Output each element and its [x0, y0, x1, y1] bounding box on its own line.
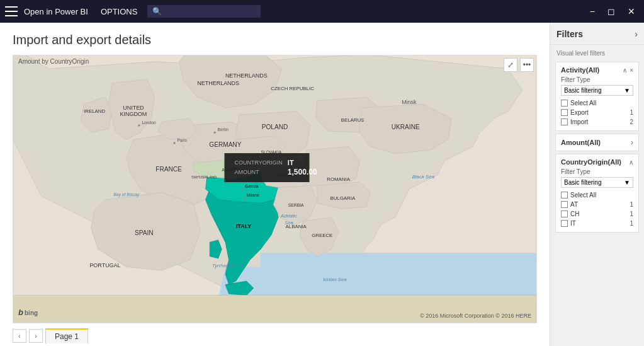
filter-countryorigin-check-0[interactable]	[561, 192, 568, 199]
svg-text:bing: bing	[25, 309, 38, 316]
svg-text:IRELAND: IRELAND	[84, 108, 105, 114]
svg-text:SWITZERLAND: SWITZERLAND	[191, 175, 217, 179]
filter-activity-count-1: 1	[630, 109, 633, 116]
filter-countryorigin-check-1[interactable]	[561, 201, 568, 208]
next-page-button[interactable]: ›	[29, 329, 43, 343]
svg-text:SERBIA: SERBIA	[288, 203, 304, 207]
filter-amount-expand[interactable]: ›	[631, 138, 633, 147]
filter-countryorigin-collapse[interactable]: ∧	[629, 159, 633, 166]
filters-scroll: Visual level filters Activity(All) ∧ × F…	[550, 45, 644, 346]
restore-button[interactable]: ◻	[604, 5, 619, 18]
svg-text:Black Sea: Black Sea	[412, 174, 435, 180]
svg-text:GREECE: GREECE	[312, 233, 332, 238]
page-tab[interactable]: Page 1	[45, 328, 88, 343]
svg-text:NETHERLANDS: NETHERLANDS	[197, 80, 239, 86]
filter-activity-type-select[interactable]: Basic filtering ▼	[561, 85, 633, 96]
svg-text:Adriatic: Adriatic	[280, 213, 297, 219]
svg-text:SPAIN: SPAIN	[135, 229, 154, 236]
filter-card-countryorigin-header: CountryOrigin(All) ∧	[561, 158, 633, 166]
app-title: Open in Power BI	[24, 7, 88, 16]
map-expand-button[interactable]: ⤢	[504, 58, 517, 72]
search-box[interactable]	[147, 5, 261, 18]
filter-countryorigin-check-2[interactable]	[561, 210, 568, 217]
filter-card-amount: Amount(All) ›	[555, 134, 639, 151]
svg-text:GERMANY: GERMANY	[209, 141, 241, 148]
filter-countryorigin-item-3[interactable]: IT 1	[561, 219, 633, 228]
prev-page-button[interactable]: ‹	[13, 329, 26, 343]
filter-activity-check-1[interactable]	[561, 109, 568, 116]
filter-activity-close[interactable]: ×	[630, 67, 633, 74]
svg-text:b: b	[18, 308, 23, 317]
filter-activity-controls: ∧ ×	[623, 67, 633, 74]
svg-text:London: London	[142, 120, 156, 125]
filter-countryorigin-type-label: Filter Type	[561, 168, 633, 175]
filter-countryorigin-item-2[interactable]: CH 1	[561, 209, 633, 219]
options-menu[interactable]: OPTIONS	[101, 7, 138, 16]
filters-expand-button[interactable]: ›	[635, 29, 638, 39]
filter-countryorigin-title: CountryOrigin(All)	[561, 158, 621, 166]
content-area: Import and export details Amount by Coun…	[0, 23, 550, 346]
hamburger-menu[interactable]	[5, 6, 18, 16]
filter-countryorigin-label-1: AT	[570, 201, 627, 208]
svg-text:Berlin: Berlin	[218, 127, 229, 132]
svg-text:PORTUGAL: PORTUGAL	[89, 262, 120, 268]
filter-countryorigin-label-2: CH	[570, 210, 627, 217]
filter-countryorigin-item-0[interactable]: Select All	[561, 190, 633, 200]
map-tooltip: COUNTRYORIGIN IT AMOUNT 1,500.00	[225, 153, 310, 182]
map-label: Amount by CountryOrigin	[18, 58, 89, 65]
map-container[interactable]: Amount by CountryOrigin ⤢ •••	[13, 55, 537, 323]
filter-activity-type-value: Basic filtering	[564, 87, 601, 94]
filter-activity-item-0[interactable]: Select All	[561, 98, 633, 108]
map-svg: IRELAND UNITED KINGDOM FRANCE SPAIN PORT…	[13, 55, 536, 323]
svg-text:BULGARIA: BULGARIA	[330, 195, 356, 201]
filter-activity-dropdown-icon: ▼	[624, 87, 630, 94]
titlebar: Open in Power BI OPTIONS − ◻ ✕	[0, 0, 644, 23]
svg-text:Tyrrhenian Sea: Tyrrhenian Sea	[212, 263, 246, 268]
filter-activity-collapse[interactable]: ∧	[623, 67, 627, 74]
svg-point-39	[213, 131, 215, 133]
filters-panel: Filters › Visual level filters Activity(…	[550, 23, 644, 346]
map-copyright: © 2016 Microsoft Corporation © 2016 HERE	[420, 313, 531, 319]
page-nav: ‹ › Page 1	[13, 326, 537, 346]
main-area: Import and export details Amount by Coun…	[0, 23, 644, 346]
filter-activity-label-0: Select All	[570, 100, 633, 107]
filter-activity-count-2: 2	[630, 118, 633, 125]
filter-activity-check-0[interactable]	[561, 100, 568, 107]
filter-countryorigin-count-3: 1	[630, 220, 633, 227]
filter-card-activity: Activity(All) ∧ × Filter Type Basic filt…	[555, 62, 639, 131]
search-input[interactable]	[147, 5, 261, 18]
filter-countryorigin-check-3[interactable]	[561, 220, 568, 227]
svg-point-43	[244, 197, 246, 199]
svg-text:ITALY: ITALY	[236, 223, 251, 229]
filter-activity-check-2[interactable]	[561, 118, 568, 125]
svg-text:CZECH REPUBLIC: CZECH REPUBLIC	[271, 86, 314, 91]
svg-text:Bay of Biscay: Bay of Biscay	[113, 192, 139, 197]
filter-card-countryorigin: CountryOrigin(All) ∧ Filter Type Basic f…	[555, 154, 639, 233]
bing-logo: b bing	[18, 307, 41, 319]
filters-title: Filters	[556, 29, 583, 39]
svg-point-35	[173, 142, 175, 144]
svg-text:FRANCE: FRANCE	[155, 166, 182, 173]
filter-activity-items: Select All Export 1 Import 2	[561, 98, 633, 127]
map-more-button[interactable]: •••	[520, 58, 534, 72]
filter-activity-item-1[interactable]: Export 1	[561, 108, 633, 117]
svg-text:Milano: Milano	[247, 193, 259, 197]
visual-level-label: Visual level filters	[550, 45, 644, 59]
svg-text:Ionian Sea: Ionian Sea	[323, 277, 347, 282]
svg-text:ROMANIA: ROMANIA	[327, 176, 350, 182]
minimize-button[interactable]: −	[586, 5, 599, 18]
svg-text:POLAND: POLAND	[262, 124, 288, 130]
filter-countryorigin-count-2: 1	[630, 210, 633, 217]
close-button[interactable]: ✕	[624, 5, 639, 18]
filter-amount-title: Amount(All)	[561, 139, 601, 146]
tooltip-key2: AMOUNT	[232, 167, 285, 177]
filter-activity-item-2[interactable]: Import 2	[561, 117, 633, 127]
filter-activity-label-2: Import	[570, 118, 627, 125]
filter-countryorigin-type-select[interactable]: Basic filtering ▼	[561, 177, 633, 188]
filter-countryorigin-item-1[interactable]: AT 1	[561, 200, 633, 209]
filters-header: Filters ›	[550, 23, 644, 45]
map-controls: ⤢ •••	[504, 58, 534, 72]
filter-countryorigin-label-0: Select All	[570, 192, 633, 199]
svg-text:ALBANIA: ALBANIA	[286, 224, 307, 229]
filter-countryorigin-controls: ∧	[629, 159, 633, 166]
